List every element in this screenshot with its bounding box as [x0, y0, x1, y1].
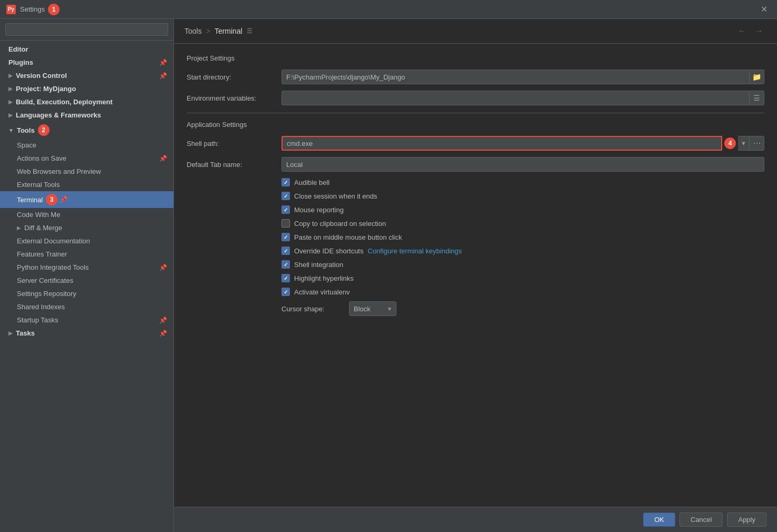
activate-virtualenv-label: Activate virtualenv	[294, 288, 350, 296]
pin-icon: 📌	[159, 155, 167, 162]
sidebar-item-features-trainer[interactable]: Features Trainer	[0, 248, 173, 261]
sidebar-item-tasks[interactable]: ▶ Tasks 📌	[0, 327, 173, 340]
apply-button[interactable]: Apply	[727, 513, 766, 527]
sidebar-item-shared-indexes[interactable]: Shared Indexes	[0, 300, 173, 313]
expand-arrow: ▶	[8, 73, 13, 78]
default-tab-input[interactable]	[281, 157, 764, 172]
paste-middle-group: Paste on middle mouse button click	[187, 233, 764, 241]
annotation-1: 1	[48, 4, 60, 15]
close-button[interactable]: ✕	[757, 3, 771, 15]
section-separator	[187, 113, 764, 113]
sidebar-item-diff-merge[interactable]: ▶ Diff & Merge	[0, 221, 173, 234]
shell-path-dropdown-button[interactable]: ▼	[738, 136, 750, 151]
sidebar-item-editor[interactable]: Editor	[0, 43, 173, 56]
start-directory-group: Start directory: 📁	[187, 70, 764, 84]
shell-path-label: Shell path:	[187, 140, 281, 147]
start-directory-field-group: 📁	[281, 70, 764, 84]
audible-bell-label: Audible bell	[294, 179, 329, 186]
sidebar-item-tools[interactable]: ▼ Tools 2	[0, 122, 173, 139]
shell-path-input-group: 4 ▼ ⋯	[281, 136, 764, 151]
sidebar-item-version-control[interactable]: ▶ Version Control 📌	[0, 69, 173, 82]
sidebar-item-external-tools[interactable]: External Tools	[0, 178, 173, 191]
bottom-bar: OK Cancel Apply	[174, 507, 777, 532]
env-vars-input[interactable]	[281, 91, 750, 105]
cursor-shape-group: Cursor shape: Block Underline I-Beam	[187, 301, 764, 316]
cursor-shape-label: Cursor shape:	[281, 305, 345, 313]
content-area: Tools > Terminal ☰ ← → Project Settings …	[174, 19, 777, 532]
mouse-reporting-label: Mouse reporting	[294, 206, 344, 214]
sidebar-item-space[interactable]: Space	[0, 139, 173, 152]
expand-arrow: ▶	[8, 112, 13, 118]
copy-clipboard-label: Copy to clipboard on selection	[294, 220, 386, 228]
cancel-button[interactable]: Cancel	[679, 513, 723, 527]
start-directory-browse-button[interactable]: 📁	[750, 70, 764, 84]
sidebar: Editor Plugins 📌 ▶ Version Control 📌 ▶ P…	[0, 19, 174, 532]
sidebar-item-actions-on-save[interactable]: Actions on Save 📌	[0, 152, 173, 165]
breadcrumb-icon: ☰	[247, 27, 252, 35]
nav-forward-button[interactable]: →	[752, 25, 766, 37]
shell-integration-label: Shell integration	[294, 261, 343, 269]
ok-button[interactable]: OK	[643, 513, 675, 527]
title-bar: Py Settings 1 ✕	[0, 0, 777, 19]
override-ide-checkbox[interactable]	[281, 247, 290, 255]
content-header: Tools > Terminal ☰ ← →	[174, 19, 777, 44]
audible-bell-group: Audible bell	[187, 178, 764, 186]
sidebar-item-startup-tasks[interactable]: Startup Tasks 📌	[0, 313, 173, 327]
override-ide-group: Override IDE shortcuts Configure termina…	[187, 247, 764, 255]
mouse-reporting-checkbox[interactable]	[281, 205, 290, 214]
annotation-2: 2	[38, 124, 50, 136]
nav-back-button[interactable]: ←	[735, 25, 750, 37]
activate-virtualenv-group: Activate virtualenv	[187, 288, 764, 296]
sidebar-list: Editor Plugins 📌 ▶ Version Control 📌 ▶ P…	[0, 41, 173, 532]
default-tab-label: Default Tab name:	[187, 161, 281, 169]
highlight-hyperlinks-checkbox[interactable]	[281, 274, 290, 282]
expand-arrow: ▶	[17, 225, 21, 231]
expand-arrow: ▶	[8, 86, 13, 92]
highlight-hyperlinks-group: Highlight hyperlinks	[187, 274, 764, 282]
close-session-checkbox[interactable]	[281, 192, 290, 200]
close-session-label: Close session when it ends	[294, 192, 377, 200]
copy-clipboard-checkbox[interactable]	[281, 219, 290, 228]
sidebar-item-code-with-me[interactable]: Code With Me	[0, 208, 173, 221]
sidebar-item-terminal[interactable]: Terminal 3 📌	[0, 191, 173, 208]
pin-icon: 📌	[159, 330, 167, 337]
pin-icon: 📌	[60, 196, 67, 203]
breadcrumb: Tools > Terminal ☰	[184, 27, 252, 35]
mouse-reporting-group: Mouse reporting	[187, 205, 764, 214]
cursor-shape-select[interactable]: Block Underline I-Beam	[349, 301, 396, 316]
audible-bell-checkbox[interactable]	[281, 178, 290, 186]
breadcrumb-separator: >	[206, 27, 210, 35]
main-container: Editor Plugins 📌 ▶ Version Control 📌 ▶ P…	[0, 19, 777, 532]
configure-keybindings-link[interactable]: Configure terminal keybindings	[368, 247, 462, 255]
annotation-3: 3	[46, 194, 57, 205]
pin-icon: 📌	[159, 72, 167, 80]
breadcrumb-tools: Tools	[184, 27, 202, 35]
sidebar-item-plugins[interactable]: Plugins 📌	[0, 56, 173, 69]
shell-path-browse-button[interactable]: ⋯	[750, 136, 764, 151]
content-scroll: Project Settings Start directory: 📁 Envi…	[174, 44, 777, 507]
sidebar-item-settings-repo[interactable]: Settings Repository	[0, 287, 173, 300]
default-tab-group: Default Tab name:	[187, 157, 764, 172]
sidebar-item-web-browsers[interactable]: Web Browsers and Preview	[0, 165, 173, 178]
shell-path-input[interactable]	[281, 136, 722, 151]
env-vars-edit-button[interactable]: ☰	[750, 91, 764, 105]
breadcrumb-terminal: Terminal	[215, 27, 242, 35]
shell-integration-checkbox[interactable]	[281, 260, 290, 269]
sidebar-item-build[interactable]: ▶ Build, Execution, Deployment	[0, 95, 173, 109]
annotation-4: 4	[724, 137, 736, 149]
search-input[interactable]	[5, 23, 168, 36]
pin-icon: 📌	[159, 317, 167, 324]
start-directory-input[interactable]	[281, 70, 750, 84]
pin-icon: 📌	[159, 59, 167, 66]
sidebar-item-languages[interactable]: ▶ Languages & Frameworks	[0, 109, 173, 122]
search-bar	[0, 19, 173, 41]
paste-middle-label: Paste on middle mouse button click	[294, 233, 402, 241]
sidebar-item-project[interactable]: ▶ Project: MyDjango	[0, 82, 173, 95]
sidebar-item-server-certs[interactable]: Server Certificates	[0, 274, 173, 287]
sidebar-item-python-tools[interactable]: Python Integrated Tools 📌	[0, 261, 173, 274]
highlight-hyperlinks-label: Highlight hyperlinks	[294, 274, 354, 282]
activate-virtualenv-checkbox[interactable]	[281, 288, 290, 296]
paste-middle-checkbox[interactable]	[281, 233, 290, 241]
app-settings-title: Application Settings	[187, 121, 764, 129]
sidebar-item-ext-docs[interactable]: External Documentation	[0, 234, 173, 248]
